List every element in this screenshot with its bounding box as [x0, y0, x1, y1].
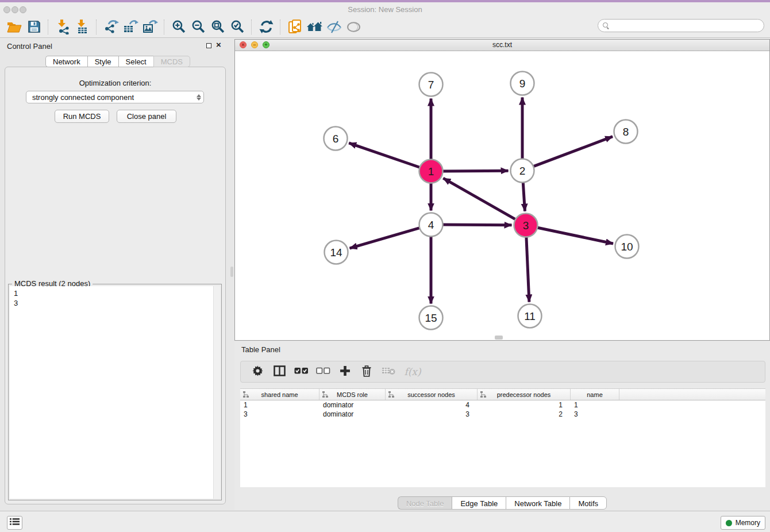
tab-style[interactable]: Style: [87, 56, 118, 67]
network-window-title: scc.txt: [235, 41, 769, 49]
first-neighbors-icon: [306, 20, 322, 33]
run-mcds-button[interactable]: Run MCDS: [55, 110, 109, 123]
criterion-select[interactable]: strongly connected component: [26, 91, 204, 103]
zoom-in-button[interactable]: [169, 18, 188, 36]
task-list-icon: [10, 518, 20, 528]
sort-hierarchy-icon: [243, 391, 249, 398]
cell-predecessor-nodes[interactable]: 1: [478, 400, 571, 410]
select-stepper-icon: [194, 91, 203, 103]
search-box[interactable]: [598, 19, 764, 32]
column-header-mcds-role[interactable]: MCDS role: [319, 389, 386, 400]
tab-select[interactable]: Select: [118, 56, 153, 67]
close-panel-icon[interactable]: ×: [216, 39, 221, 51]
deselect-all-button[interactable]: [312, 363, 334, 381]
zoom-out-button[interactable]: [188, 18, 208, 36]
toolbar-separator: [164, 20, 165, 34]
node-label-10: 10: [621, 241, 633, 253]
window-resize-handle[interactable]: [495, 336, 503, 340]
first-neighbors-button[interactable]: [305, 18, 324, 36]
close-panel-button[interactable]: Close panel: [117, 110, 176, 123]
hide-details-icon: [326, 21, 342, 33]
graph-edge-3-11[interactable]: [526, 236, 529, 302]
export-table-button[interactable]: [121, 18, 140, 36]
tab-mcds[interactable]: MCDS: [153, 56, 190, 67]
toolbar-separator: [280, 20, 281, 34]
table-row[interactable]: 3dominator323: [240, 410, 765, 419]
graph-edge-2-3[interactable]: [523, 181, 525, 211]
tab-motifs[interactable]: Motifs: [569, 496, 607, 510]
zoom-out-icon: [191, 20, 206, 34]
zoom-selected-button[interactable]: [228, 18, 247, 36]
save-session-button[interactable]: [24, 18, 44, 36]
column-header-shared-name[interactable]: shared name: [240, 389, 319, 400]
cell-predecessor-nodes[interactable]: 2: [478, 410, 571, 419]
task-history-button[interactable]: [7, 516, 22, 530]
clone-network-button[interactable]: [285, 18, 305, 36]
function-builder-button[interactable]: f(x): [399, 363, 426, 381]
add-column-button[interactable]: [334, 363, 356, 381]
cell-mcds-role[interactable]: dominator: [319, 410, 386, 419]
graph-edge-3-1[interactable]: [443, 178, 517, 220]
apply-layout-button[interactable]: [256, 18, 276, 36]
export-image-button[interactable]: [140, 18, 160, 36]
hide-details-button[interactable]: [324, 18, 344, 36]
graph-edge-1-2[interactable]: [441, 171, 508, 171]
column-header-name[interactable]: name: [571, 389, 619, 400]
import-network-icon: [55, 19, 70, 34]
optimization-criterion-label: Optimization criterion:: [0, 79, 230, 87]
tab-node-table[interactable]: Node Table: [398, 496, 452, 510]
zoom-fit-button[interactable]: [208, 18, 228, 36]
mcds-result-area[interactable]: 1 3: [10, 286, 220, 499]
panel-splitter-handle[interactable]: [230, 267, 233, 277]
node-label-14: 14: [330, 246, 342, 259]
import-network-button[interactable]: [53, 18, 72, 36]
cell-successor-nodes[interactable]: 4: [386, 400, 478, 410]
network-view-window: × − + scc.txt 7968124314101511: [234, 39, 770, 341]
tab-network[interactable]: Network: [45, 56, 87, 67]
cell-shared-name[interactable]: 3: [240, 410, 319, 419]
zoom-in-icon: [172, 20, 186, 34]
export-image-icon: [143, 20, 158, 34]
graph-edge-4-3[interactable]: [441, 225, 511, 225]
graph-edge-2-8[interactable]: [532, 137, 613, 167]
cell-mcds-role[interactable]: dominator: [319, 400, 386, 410]
control-panel-tabs: NetworkStyleSelectMCDS: [45, 56, 190, 67]
settings-gear-button[interactable]: [247, 363, 268, 381]
graph-edge-4-14[interactable]: [350, 228, 421, 248]
cell-name[interactable]: 3: [571, 410, 619, 419]
tab-edge-table[interactable]: Edge Table: [452, 496, 506, 510]
import-table-icon: [75, 19, 90, 34]
graph-edge-3-10[interactable]: [536, 228, 613, 244]
function-builder-icon: f(x): [404, 366, 421, 377]
network-window-titlebar[interactable]: × − + scc.txt: [235, 40, 769, 51]
column-header-predecessor-nodes[interactable]: predecessor nodes: [478, 389, 571, 400]
cell-shared-name[interactable]: 1: [240, 400, 319, 410]
criterion-value: strongly connected component: [26, 93, 194, 102]
memory-button[interactable]: Memory: [721, 516, 765, 530]
export-table-icon: [123, 20, 138, 34]
table-row[interactable]: 1dominator411: [240, 400, 765, 410]
delete-column-button[interactable]: [356, 363, 378, 381]
show-details-button[interactable]: [344, 18, 363, 36]
cell-name[interactable]: 1: [571, 400, 619, 410]
export-network-button[interactable]: [101, 18, 121, 36]
column-panel-button[interactable]: [268, 363, 290, 381]
status-bar: Memory: [0, 511, 770, 532]
delete-table-icon: [382, 366, 395, 377]
tab-network-table[interactable]: Network Table: [506, 496, 569, 510]
column-label: successor nodes: [407, 391, 455, 398]
zoom-fit-icon: [211, 20, 225, 34]
select-all-button[interactable]: [290, 363, 312, 381]
column-header-successor-nodes[interactable]: successor nodes: [386, 389, 478, 400]
graph-edge-1-6[interactable]: [349, 143, 421, 168]
result-scrollbar[interactable]: [213, 286, 220, 499]
open-session-button[interactable]: [5, 18, 24, 36]
import-table-button[interactable]: [72, 18, 92, 36]
network-canvas[interactable]: 7968124314101511: [235, 51, 769, 341]
main-toolbar: [0, 16, 770, 38]
search-input[interactable]: [609, 22, 764, 30]
cell-successor-nodes[interactable]: 3: [386, 410, 478, 419]
float-panel-icon[interactable]: [206, 43, 211, 48]
delete-table-button[interactable]: [378, 363, 399, 381]
memory-label: Memory: [736, 519, 760, 527]
